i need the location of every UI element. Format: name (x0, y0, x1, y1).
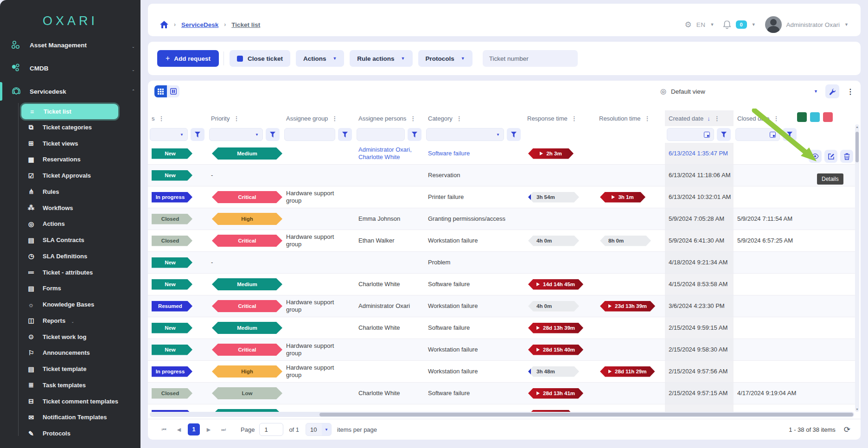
sidebar-item-notification-templates[interactable]: ✉Notification Templates (0, 410, 140, 426)
export-excel-icon[interactable] (797, 112, 807, 122)
sidebar-item-ticket-approvals[interactable]: ☑Ticket Approvals (0, 167, 140, 184)
language-caret-icon[interactable]: ▼ (710, 22, 715, 27)
column-header-assignee-persons[interactable]: Assignee persons⋮ (355, 110, 424, 126)
first-page-button[interactable]: ⏮ (158, 423, 170, 435)
column-kebab-menu[interactable]: ⋮ (456, 115, 462, 122)
sidebar-item-ticket-categories[interactable]: ⧉Ticket categories (0, 119, 140, 135)
sidebar-item-ticket-list[interactable]: ≡Ticket list (21, 104, 118, 119)
table-row[interactable]: NewMediumAdministrator Oxari, Charlotte … (148, 143, 856, 165)
filter-input[interactable] (735, 128, 780, 141)
sidebar-item-actions[interactable]: ◎Actions (0, 216, 140, 232)
sidebar-section-asset-management[interactable]: Asset Managementˬ (0, 33, 140, 57)
filter-funnel-button[interactable] (266, 128, 280, 141)
actions-dropdown-button[interactable]: Actions ▼ (296, 50, 344, 67)
page-size-select[interactable]: 10 ▼ (306, 423, 332, 436)
sidebar-item-ticket-comment-templates[interactable]: ⊟Ticket comment templates (0, 393, 140, 410)
sidebar-item-workflows[interactable]: ⁂Workflows (0, 200, 140, 216)
export-excel-alt-icon[interactable] (810, 112, 820, 122)
table-row[interactable]: New-Problem4/18/2024 9:21:34 AM (148, 252, 856, 274)
column-kebab-menu[interactable]: ⋮ (645, 115, 651, 122)
scroll-up-icon[interactable]: ▲ (855, 125, 859, 128)
horizontal-scrollbar-thumb[interactable] (319, 413, 853, 416)
next-page-button[interactable]: ▶ (203, 423, 215, 435)
close-ticket-button[interactable]: Close ticket (230, 50, 290, 67)
configure-columns-button[interactable] (825, 84, 839, 98)
table-row[interactable]: New-Reservation6/13/2024 11:18:06 AM (148, 165, 856, 186)
filter-funnel-button[interactable] (408, 128, 421, 141)
protocols-dropdown-button[interactable]: Protocols ▼ (418, 50, 472, 67)
table-row[interactable]: NewMediumCharlotte WhiteSoftware failure… (148, 317, 856, 339)
vertical-scrollbar-thumb[interactable] (855, 132, 859, 162)
sidebar-item-protocols[interactable]: ✎Protocols (0, 425, 140, 442)
table-row[interactable]: NewCriticalHardware support groupWorksta… (148, 339, 856, 361)
user-menu-caret-icon[interactable]: ▼ (844, 22, 849, 27)
column-header-s[interactable]: s⋮ (148, 110, 207, 126)
column-header-resolution-time[interactable]: Resolution time⋮ (595, 110, 665, 126)
column-header-assignee-group[interactable]: Assignee group⋮ (282, 110, 355, 126)
vertical-scrollbar[interactable]: ▲ ▼ (855, 124, 859, 412)
table-row[interactable]: ClosedHighEmma JohnsonGranting permissio… (148, 208, 856, 230)
table-row[interactable]: ResumedCriticalHardware support groupAdm… (148, 295, 856, 317)
add-request-button[interactable]: + Add request (157, 50, 219, 67)
table-row[interactable]: In progressMedium (148, 404, 856, 412)
column-kebab-menu[interactable]: ⋮ (714, 115, 720, 122)
sidebar-item-ticket-attributes[interactable]: ≔Ticket - attributes (0, 264, 140, 281)
sidebar-item-sla-contracts[interactable]: ▤SLA Contracts (0, 232, 140, 248)
notification-count-badge[interactable]: 0 (736, 20, 747, 29)
user-avatar[interactable] (765, 16, 782, 33)
column-kebab-menu[interactable]: ⋮ (233, 115, 239, 122)
settings-gear-icon[interactable]: ⚙ (685, 20, 692, 30)
filter-funnel-button[interactable] (783, 128, 797, 141)
sidebar-item-ticket-views[interactable]: ⊞Ticket views (0, 135, 140, 152)
table-row[interactable]: ClosedCriticalHardware support groupEtha… (148, 230, 856, 252)
table-row[interactable]: ClosedLowCharlotte WhiteSoftware failure… (148, 383, 856, 404)
sidebar-item-task-templates[interactable]: ≣Task templates (0, 377, 140, 393)
sidebar-section-cmdb[interactable]: CMDBˬ (0, 57, 140, 80)
filter-caret-icon[interactable]: ▼ (255, 133, 259, 137)
calendar-icon[interactable] (770, 132, 776, 138)
filter-input[interactable]: ▼ (426, 128, 504, 141)
calendar-icon[interactable] (704, 132, 710, 138)
export-pdf-icon[interactable] (823, 112, 833, 122)
filter-caret-icon[interactable]: ▼ (180, 133, 184, 137)
columns-view-button[interactable] (167, 85, 179, 97)
filter-funnel-button[interactable] (717, 128, 731, 141)
last-page-button[interactable]: ⏭ (217, 423, 230, 435)
column-header-category[interactable]: Category⋮ (424, 110, 523, 126)
category-cell[interactable]: Software failure (424, 150, 523, 157)
filter-input[interactable]: ▼ (209, 128, 263, 141)
details-eye-button[interactable] (809, 150, 822, 163)
refresh-icon[interactable]: ⟳ (844, 425, 850, 435)
delete-button[interactable] (840, 150, 853, 163)
filter-funnel-button[interactable] (191, 128, 204, 141)
filter-caret-icon[interactable]: ▼ (496, 133, 500, 137)
filter-input[interactable]: ▼ (150, 128, 188, 141)
rule-actions-dropdown-button[interactable]: Rule actions ▼ (350, 50, 412, 67)
table-row[interactable]: In progressHighHardware support groupWor… (148, 361, 856, 383)
column-header-created-date[interactable]: Created date↓⋮ (665, 110, 734, 126)
notification-caret-icon[interactable]: ▼ (752, 22, 756, 27)
edit-button[interactable] (824, 150, 837, 163)
column-kebab-menu[interactable]: ⋮ (159, 115, 165, 122)
ticket-number-input[interactable] (483, 55, 578, 62)
sidebar-item-ticket-work-log[interactable]: ⊙Ticket work log (0, 329, 140, 345)
breadcrumb-servicedesk[interactable]: ServiceDesk (181, 21, 218, 28)
scroll-down-icon[interactable]: ▼ (855, 408, 859, 411)
page-number-input[interactable]: 1 (259, 423, 283, 436)
sidebar-item-knowledge-bases[interactable]: ☼Knowledge Bases (0, 296, 140, 313)
table-row[interactable]: In progressCriticalHardware support grou… (148, 186, 856, 208)
bell-icon[interactable] (723, 20, 731, 29)
sidebar-item-rules[interactable]: ⋔Rules (0, 184, 140, 200)
column-kebab-menu[interactable]: ⋮ (571, 115, 577, 122)
filter-input[interactable] (357, 128, 405, 141)
filter-input[interactable] (284, 128, 335, 141)
sidebar-section-servicedesk[interactable]: Servicedeskˆ (0, 80, 140, 103)
home-icon[interactable] (160, 21, 168, 28)
prev-page-button[interactable]: ◀ (173, 423, 185, 435)
filter-funnel-button[interactable] (338, 128, 352, 141)
column-header-closed-date[interactable]: Closed date⋮ (734, 110, 799, 126)
sidebar-item-forms[interactable]: ▤Forms (0, 281, 140, 297)
sidebar-item-announcements[interactable]: ⚐Announcements (0, 345, 140, 361)
column-header-priority[interactable]: Priority⋮ (207, 110, 282, 126)
filter-input[interactable] (667, 128, 714, 141)
